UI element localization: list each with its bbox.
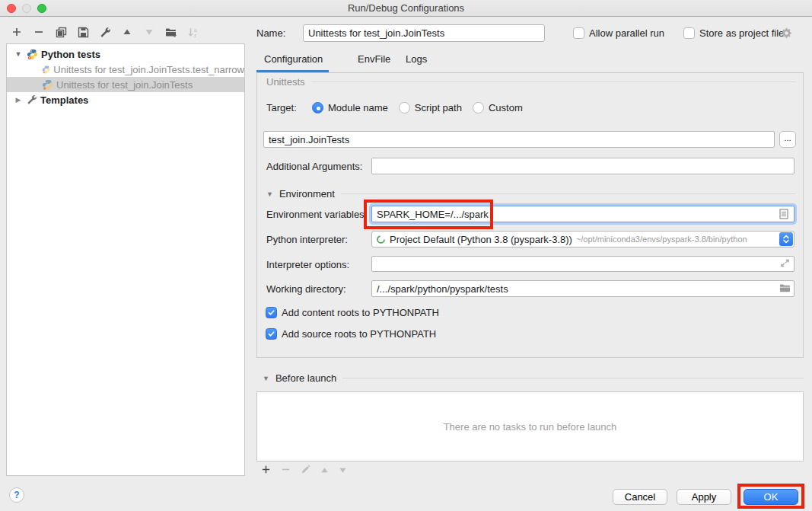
tab-configuration[interactable]: Configuration — [264, 53, 323, 65]
move-task-up-icon — [320, 465, 329, 477]
cancel-button[interactable]: Cancel — [613, 489, 667, 505]
module-name-input[interactable] — [263, 131, 775, 148]
caret-right-icon[interactable]: ▶ — [13, 96, 24, 104]
checkbox-unchecked-icon[interactable] — [573, 27, 584, 39]
caret-down-icon[interactable]: ▼ — [266, 190, 273, 198]
window-titlebar: Run/Debug Configurations — [0, 0, 812, 17]
radio-selected-icon[interactable] — [312, 102, 323, 113]
help-button[interactable]: ? — [9, 487, 24, 503]
add-task-icon[interactable] — [261, 465, 271, 477]
store-as-project-file-label: Store as project file — [699, 27, 784, 39]
run-debug-configurations-dialog: Run/Debug Configurations az ▼ Python tes… — [0, 0, 812, 511]
annotation-highlight-env-vars — [364, 200, 493, 229]
gear-icon[interactable] — [781, 27, 792, 41]
edit-task-icon — [301, 465, 310, 477]
conda-env-icon — [376, 235, 386, 244]
tree-item-config-narrow[interactable]: Unittests for test_join.JoinTests.test_n… — [7, 62, 244, 77]
python-interpreter-label: Python interpreter: — [266, 234, 348, 245]
add-source-roots-label: Add source roots to PYTHONPATH — [282, 328, 436, 340]
section-divider — [341, 193, 795, 194]
environment-variables-label: Environment variables: — [266, 209, 367, 220]
edit-templates-icon[interactable] — [99, 26, 111, 38]
radio-custom[interactable]: Custom — [473, 102, 523, 113]
document-icon[interactable] — [779, 209, 788, 222]
radio-label: Custom — [489, 102, 523, 113]
tab-logs[interactable]: Logs — [406, 53, 427, 65]
save-configuration-icon[interactable] — [77, 26, 89, 38]
before-launch-section-label: Before launch — [275, 372, 336, 384]
stepper-icon[interactable] — [779, 232, 793, 246]
additional-arguments-input[interactable] — [371, 158, 794, 174]
radio-unselected-icon[interactable] — [473, 102, 484, 113]
environment-section-header[interactable]: ▼ Environment — [266, 188, 795, 200]
radio-module-name[interactable]: Module name — [312, 102, 388, 113]
radio-label: Module name — [328, 102, 388, 113]
svg-text:z: z — [194, 32, 196, 37]
radio-label: Script path — [415, 102, 462, 113]
before-launch-toolbar — [261, 463, 347, 478]
move-task-down-icon — [339, 465, 347, 477]
apply-button[interactable]: Apply — [677, 489, 731, 505]
checkbox-checked-icon[interactable] — [266, 307, 277, 318]
name-label: Name: — [256, 27, 285, 39]
checkbox-checked-icon[interactable] — [266, 328, 277, 340]
radio-unselected-icon[interactable] — [399, 102, 410, 113]
working-directory-label: Working directory: — [266, 283, 346, 295]
interpreter-options-label: Interpreter options: — [266, 259, 349, 270]
unittests-section-label: Unittests — [266, 76, 305, 88]
expand-icon[interactable] — [780, 258, 790, 270]
section-divider — [342, 378, 804, 378]
add-content-roots-label: Add content roots to PYTHONPATH — [282, 307, 439, 318]
remove-task-icon — [281, 465, 291, 477]
tab-envfile[interactable]: EnvFile — [358, 53, 390, 65]
target-row: Target: Module name Script path Custom — [266, 102, 523, 113]
caret-down-icon[interactable]: ▼ — [13, 50, 24, 58]
remove-configuration-icon[interactable] — [33, 26, 45, 38]
caret-down-icon[interactable]: ▼ — [263, 375, 269, 382]
add-configuration-icon[interactable] — [11, 26, 23, 38]
interpreter-options-input[interactable] — [371, 256, 794, 272]
configurations-toolbar: az — [11, 24, 199, 40]
allow-parallel-run-label: Allow parallel run — [589, 27, 664, 39]
unittests-section-header: Unittests — [266, 76, 795, 88]
folder-icon[interactable] — [779, 283, 791, 295]
checkbox-unchecked-icon[interactable] — [683, 27, 695, 39]
add-content-roots-checkbox[interactable]: Add content roots to PYTHONPATH — [266, 307, 439, 318]
svg-text:a: a — [194, 27, 197, 32]
new-folder-icon[interactable] — [165, 26, 177, 38]
configuration-tab-panel: Unittests Target: Module name Script pat… — [256, 72, 804, 358]
python-icon — [27, 49, 38, 60]
copy-configuration-icon[interactable] — [55, 26, 67, 38]
allow-parallel-run-checkbox[interactable]: Allow parallel run — [573, 27, 664, 39]
no-tasks-message: There are no tasks to run before launch — [444, 421, 617, 433]
tree-item-label: Unittests for test_join.JoinTests — [56, 79, 193, 91]
add-source-roots-checkbox[interactable]: Add source roots to PYTHONPATH — [266, 328, 436, 340]
wrench-icon — [27, 94, 37, 105]
sort-alphabetically-icon: az — [187, 26, 199, 38]
store-as-project-file-checkbox[interactable]: Store as project file — [683, 27, 784, 39]
tree-item-label: Templates — [40, 94, 88, 106]
tree-item-python-tests[interactable]: ▼ Python tests — [7, 46, 244, 62]
interpreter-value: Project Default (Python 3.8 (pyspark-3.8… — [390, 234, 572, 245]
environment-section-label: Environment — [279, 188, 335, 200]
tree-item-config-jointests[interactable]: Unittests for test_join.JoinTests — [7, 77, 244, 92]
configurations-tree: ▼ Python tests Unittests for test_join.J… — [6, 43, 245, 476]
python-interpreter-select[interactable]: Project Default (Python 3.8 (pyspark-3.8… — [371, 231, 794, 248]
before-launch-section-header[interactable]: ▼ Before launch — [263, 372, 804, 384]
tree-item-templates[interactable]: ▶ Templates — [7, 92, 244, 107]
working-directory-input[interactable] — [371, 280, 794, 297]
section-divider — [311, 81, 795, 82]
move-up-icon[interactable] — [121, 26, 133, 38]
before-launch-tasks-list: There are no tasks to run before launch — [256, 391, 804, 461]
target-label: Target: — [266, 102, 301, 113]
radio-script-path[interactable]: Script path — [399, 102, 462, 113]
window-title: Run/Debug Configurations — [0, 0, 812, 17]
additional-arguments-label: Additional Arguments: — [266, 161, 362, 172]
browse-module-button[interactable]: ... — [779, 131, 796, 148]
annotation-highlight-ok-button — [737, 484, 804, 509]
python-test-icon — [42, 64, 50, 75]
name-input[interactable] — [303, 24, 545, 42]
python-test-icon — [42, 79, 53, 91]
tree-item-label: Unittests for test_join.JoinTests.test_n… — [53, 64, 244, 75]
tree-item-label: Python tests — [41, 49, 100, 60]
